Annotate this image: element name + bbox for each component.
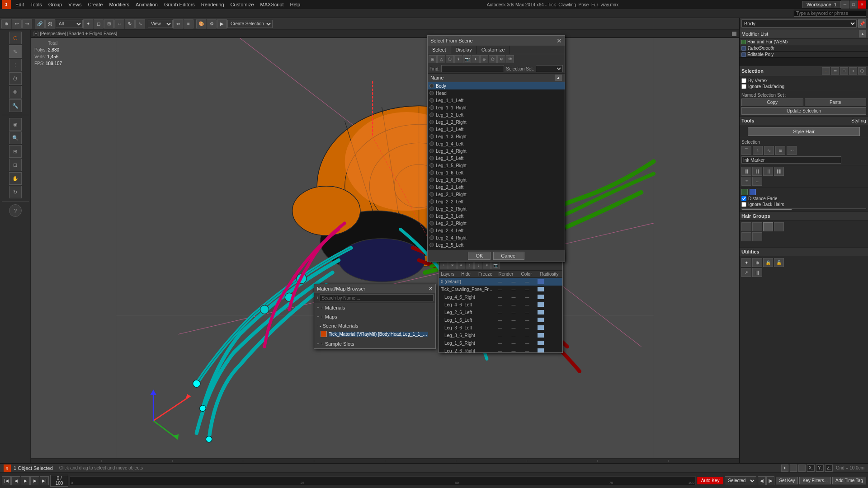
- hair-group-btn5[interactable]: [741, 232, 751, 241]
- util-btn3[interactable]: 🔒: [763, 258, 773, 267]
- select-list-item-20[interactable]: Leg_2_4_Left: [428, 227, 565, 234]
- editable-poly-modifier[interactable]: Editable Poly: [740, 52, 868, 58]
- d-tb-geo[interactable]: △: [437, 55, 445, 63]
- display-panel-btn[interactable]: 👁: [9, 86, 22, 99]
- select-tab-customize[interactable]: Customize: [477, 46, 510, 54]
- percent-snap-toggle[interactable]: [798, 465, 806, 472]
- maximize-button[interactable]: □: [849, 0, 858, 9]
- hair-tool-1[interactable]: |||: [741, 167, 751, 176]
- add-time-tag-btn[interactable]: Add Time Tag: [832, 477, 866, 484]
- copy-btn[interactable]: Copy: [741, 99, 803, 106]
- dist-fade-cb[interactable]: [741, 196, 746, 201]
- layer-delete-btn[interactable]: ✕: [448, 261, 457, 269]
- select-list-item-15[interactable]: Leg_2_1_Right: [428, 191, 565, 198]
- viewport[interactable]: [+] [Perspective] [Shaded + Edged Faces]: [31, 30, 739, 458]
- layer-item-3[interactable]: Leg_4_6_Left — — —: [439, 301, 562, 309]
- filter-dropdown[interactable]: All: [56, 20, 83, 28]
- d-tb-hide[interactable]: 👁: [506, 55, 514, 63]
- hair-sel-btn1[interactable]: ⌒: [741, 146, 751, 155]
- select-list-item-10[interactable]: Leg_1_5_Left: [428, 155, 565, 162]
- select-list-item-19[interactable]: Leg_2_3_Right: [428, 220, 565, 227]
- undo-btn[interactable]: ↩: [12, 19, 22, 28]
- material-editor-btn[interactable]: 🎨: [196, 19, 206, 28]
- util-btn1[interactable]: ✦: [741, 258, 751, 267]
- mat-browser-close-btn[interactable]: ✕: [429, 286, 433, 291]
- d-tb-helper[interactable]: ✦: [472, 55, 480, 63]
- menu-tools[interactable]: Tools: [28, 1, 45, 8]
- menu-graph-editors[interactable]: Graph Editors: [161, 1, 198, 8]
- materials-section-header[interactable]: + + Materials: [316, 304, 434, 311]
- layer-camera-btn[interactable]: 📷: [491, 261, 500, 269]
- styling-color-btn2[interactable]: [750, 189, 756, 195]
- view-dropdown[interactable]: View: [148, 20, 173, 28]
- vertex-mode-btn[interactable]: ·: [822, 67, 830, 75]
- zoom-region-btn[interactable]: ⊡: [9, 159, 22, 171]
- select-object-btn[interactable]: ⊕: [1, 19, 11, 28]
- workspace-dropdown[interactable]: Workspace_1: [802, 1, 841, 8]
- select-list-item-11[interactable]: Leg_1_5_Right: [428, 162, 565, 169]
- d-tb-shape[interactable]: ⬡: [446, 55, 454, 63]
- unlink-btn[interactable]: ⛓: [45, 19, 55, 28]
- sel-set-dropdown[interactable]: [536, 65, 563, 72]
- tick-material-item[interactable]: Tick_Material (VRayMtl) [Body,Head,Leg_1…: [320, 330, 430, 338]
- menu-group[interactable]: Group: [46, 1, 65, 8]
- angle-snap-toggle[interactable]: [790, 465, 797, 472]
- hair-tool-6[interactable]: ⌙: [752, 177, 762, 186]
- zoom-all-btn[interactable]: ⊞: [9, 145, 22, 158]
- d-tb-all[interactable]: ⊞: [429, 55, 437, 63]
- ink-marker-input[interactable]: [741, 156, 841, 164]
- hair-group-btn2[interactable]: [752, 222, 762, 231]
- render-btn[interactable]: ▶: [217, 19, 227, 28]
- layer-move-down-btn[interactable]: ↓: [474, 261, 482, 269]
- create-panel-btn[interactable]: ⬡: [9, 32, 22, 44]
- d-tb-light[interactable]: ☀: [454, 55, 462, 63]
- pan-btn[interactable]: ✋: [9, 172, 22, 185]
- key-filters-btn[interactable]: Key Filters...: [799, 477, 831, 484]
- redo-btn[interactable]: ↪: [22, 19, 32, 28]
- paste-btn[interactable]: Paste: [805, 99, 867, 106]
- hair-group-btn4[interactable]: [774, 222, 784, 231]
- style-hair-btn[interactable]: Style Hair: [748, 127, 860, 136]
- auto-key-btn[interactable]: Auto Key: [697, 477, 724, 484]
- set-key-btn[interactable]: Set Key: [776, 477, 798, 484]
- layer-item-0[interactable]: 0 (default) — — —: [439, 278, 562, 286]
- window-cross-btn[interactable]: ⊞: [104, 19, 114, 28]
- minimize-button[interactable]: ─: [841, 0, 849, 9]
- render-setup-btn[interactable]: ⚙: [207, 19, 217, 28]
- select-scale-btn[interactable]: ⤡: [135, 19, 145, 28]
- turbosmooth-modifier[interactable]: TurboSmooth: [740, 45, 868, 52]
- ignore-backfacing-checkbox[interactable]: [741, 84, 746, 89]
- layer-list[interactable]: 0 (default) — — — Tick_Crawling_Pose_Fr.…: [439, 278, 562, 352]
- hair-sel-btn3[interactable]: ∿: [764, 146, 774, 155]
- select-list-item-3[interactable]: Leg_1_1_Right: [428, 104, 565, 111]
- select-list-item-12[interactable]: Leg_1_6_Left: [428, 169, 565, 176]
- menu-animation[interactable]: Animation: [133, 1, 160, 8]
- d-tb-camera[interactable]: 📷: [463, 55, 471, 63]
- select-tab-display[interactable]: Display: [451, 46, 477, 54]
- select-list-item-4[interactable]: Leg_1_2_Left: [428, 111, 565, 118]
- sample-slots-header[interactable]: + + Sample Slots: [316, 340, 434, 347]
- menu-maxscript[interactable]: MAXScript: [258, 1, 287, 8]
- hair-tool-4[interactable]: ‖‖: [774, 167, 784, 176]
- mat-browser-titlebar[interactable]: Material/Map Browser ✕: [314, 284, 435, 293]
- hair-tool-2[interactable]: ‖|: [752, 167, 762, 176]
- menu-customize[interactable]: Customize: [228, 1, 257, 8]
- select-list-item-14[interactable]: Leg_2_1_Left: [428, 183, 565, 191]
- select-list-item-2[interactable]: Leg_1_1_Left: [428, 97, 565, 104]
- scene-mats-header[interactable]: - - Scene Materials: [316, 322, 434, 329]
- menu-rendering[interactable]: Rendering: [198, 1, 227, 8]
- hair-group-btn3[interactable]: [763, 222, 773, 231]
- util-btn2[interactable]: ⊕: [752, 258, 762, 267]
- select-move-btn[interactable]: ↔: [114, 19, 124, 28]
- body-dropdown[interactable]: Body: [741, 19, 857, 28]
- play-btn[interactable]: ▶: [21, 476, 30, 485]
- orbit-btn[interactable]: ↻: [9, 186, 22, 198]
- util-btn5[interactable]: ↗: [741, 268, 751, 277]
- menu-create[interactable]: Create: [85, 1, 105, 8]
- find-input[interactable]: [441, 65, 504, 72]
- maps-section-header[interactable]: + + Maps: [316, 313, 434, 320]
- layer-item-2[interactable]: Leg_4_6_Right — — —: [439, 293, 562, 301]
- by-vertex-checkbox[interactable]: [741, 78, 746, 83]
- select-list-item-13[interactable]: Leg_1_6_Right: [428, 176, 565, 183]
- util-btn4[interactable]: 🔓: [774, 258, 784, 267]
